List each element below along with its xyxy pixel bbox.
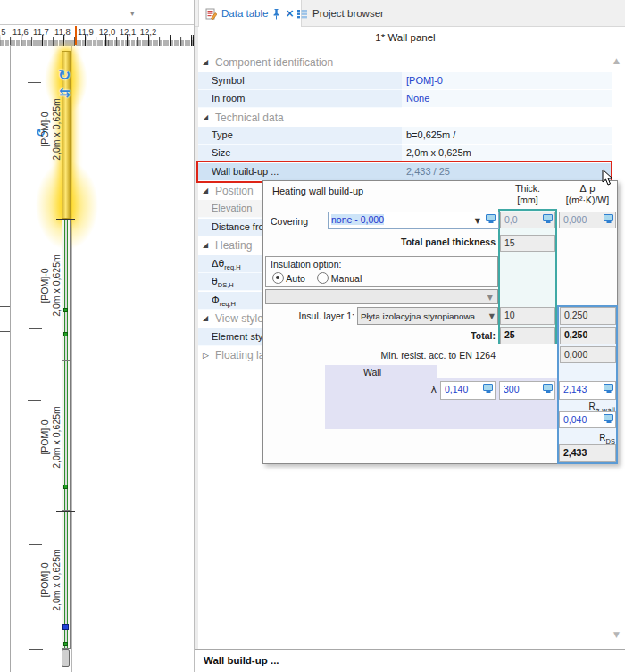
min-resist-dp-value: 0,000 — [564, 349, 588, 360]
column-header-line: [mm] — [494, 195, 562, 206]
expander-icon[interactable]: ◢ — [203, 113, 208, 121]
row-wall-build-up[interactable]: Wall build-up ... 2,433 / 25 ▼ — [198, 163, 612, 181]
panel-boundary — [56, 219, 75, 220]
monitor-icon[interactable] — [543, 384, 553, 391]
insulation-combobox-empty[interactable]: ▼ — [265, 289, 498, 304]
r-symbol: R — [599, 433, 605, 443]
panel-size: 2,0m x 0,625m — [51, 527, 62, 634]
label-leader — [29, 649, 43, 650]
monitor-icon[interactable] — [543, 214, 553, 221]
section-label: Position — [215, 185, 254, 197]
total-dp-value: 0,250 — [564, 329, 588, 340]
insul-layer1-thickness-field[interactable]: 10 — [500, 307, 555, 325]
monitor-icon[interactable] — [604, 214, 613, 221]
mouse-cursor — [602, 169, 614, 187]
total-panel-thickness-field[interactable]: 15 — [500, 235, 555, 252]
connection-node[interactable] — [63, 642, 68, 646]
panel-annotation: [POM]-0 2,0m x 0,625m — [39, 232, 62, 339]
r-alpha-wall-field[interactable]: 0,040 — [559, 411, 616, 428]
r-symbol: R — [589, 402, 596, 411]
section-technical-data[interactable]: ◢ Technical data — [198, 109, 612, 127]
wall-dp-field[interactable]: 2,143 — [559, 381, 616, 400]
prop-value[interactable]: [POM]-0 — [406, 75, 443, 86]
monitor-icon[interactable] — [604, 414, 613, 421]
radio-manual[interactable] — [317, 272, 329, 284]
total-dp-field: 0,250 — [560, 327, 616, 344]
radio-auto-label[interactable]: Auto — [286, 273, 305, 284]
panel-size: 2,0m x 0,625m — [51, 384, 62, 491]
insulation-option-label: Insulation option: — [271, 259, 341, 270]
scroll-down-icon[interactable]: ▼ — [613, 630, 620, 639]
wall-thickness-field[interactable]: 300 — [499, 381, 555, 400]
drawing-canvas[interactable]: ▾ 5 11,6 11,7 11,8 11,9 12,0 12,1 12,2 — [0, 0, 194, 672]
ruler-cursor-marker — [75, 26, 77, 45]
tab-project-browser[interactable]: Project browser — [290, 0, 390, 27]
panel-annotation: [POM]-0 2,0m x 0,625m — [39, 527, 62, 634]
section-label: Component identification — [215, 56, 333, 69]
prop-value[interactable]: None — [406, 93, 429, 104]
connection-node[interactable] — [63, 485, 68, 489]
tab-data-table-label: Data table — [221, 8, 268, 19]
row-type[interactable]: Type b=0,625m / ▼ ✎ — [198, 127, 612, 145]
status-text: Wall build-up ... — [204, 655, 279, 666]
expander-icon[interactable]: ◢ — [203, 187, 208, 195]
wall-panel[interactable] — [62, 219, 71, 361]
dropdown-arrow-icon[interactable]: ▼ — [488, 294, 493, 302]
radio-auto[interactable] — [272, 272, 284, 284]
prop-label: In room — [212, 93, 245, 104]
dropdown-arrow-icon[interactable]: ▼ — [475, 217, 480, 225]
insul-layer1-dp-field[interactable]: 0,250 — [560, 307, 616, 325]
monitor-icon[interactable] — [483, 384, 493, 391]
total-label: Total: — [317, 330, 496, 341]
connection-node[interactable] — [63, 308, 68, 312]
monitor-icon[interactable] — [486, 214, 496, 221]
section-component-identification[interactable]: ◢ Component identification — [198, 54, 612, 71]
radio-manual-label[interactable]: Manual — [331, 273, 362, 284]
wall-end-cap[interactable] — [62, 649, 70, 667]
prop-label: Element sty — [212, 331, 262, 342]
expander-icon[interactable]: ▷ — [203, 351, 209, 360]
prop-value[interactable]: b=0,625m / — [406, 129, 455, 140]
connection-node-selected[interactable] — [62, 624, 69, 630]
prop-label: Φ — [212, 295, 220, 306]
covering-combobox[interactable]: none - 0,000 ▼ — [328, 212, 499, 229]
expander-icon[interactable]: ◢ — [203, 58, 208, 66]
covering-dp-value: 0,000 — [563, 214, 587, 225]
panel-annotation: [POM]-0 2,0m x 0,625m — [39, 384, 62, 491]
tab-bar: Data table × Project browser — [195, 0, 625, 27]
panel-size: 2,0m x 0,625m — [51, 232, 62, 339]
panel-title: 1* Wall panel — [198, 32, 612, 43]
pin-icon[interactable] — [272, 8, 280, 20]
panel-boundary — [56, 511, 75, 512]
wall-junction-line — [0, 306, 10, 307]
wall-edge-line — [71, 45, 72, 672]
expander-icon[interactable]: ◢ — [203, 241, 208, 249]
covering-dp-field[interactable]: 0,000 — [559, 212, 616, 228]
row-in-room[interactable]: In room None ▼ — [198, 90, 612, 108]
scroll-up-icon[interactable]: ▲ — [613, 56, 620, 65]
dropdown-arrow-icon[interactable]: ▼ — [489, 312, 495, 320]
prop-label: Elevation — [212, 203, 252, 213]
monitor-icon[interactable] — [604, 384, 613, 391]
min-resist-dp-field: 0,000 — [560, 346, 616, 363]
section-label: Floating la — [215, 349, 264, 361]
heating-pipe-core — [64, 220, 68, 360]
canvas-dropdown-icon[interactable]: ▾ — [130, 9, 135, 18]
total-thickness-value: 25 — [504, 329, 515, 340]
covering-thickness-field[interactable]: 0,0 — [500, 212, 555, 228]
prop-value[interactable]: 2,433 / 25 — [406, 166, 450, 177]
project-browser-icon — [296, 8, 308, 20]
insul-layer1-combobox[interactable]: Płyta izolacyjna styropianowa ▼ — [357, 307, 498, 325]
expander-icon[interactable]: ◢ — [203, 314, 208, 322]
prop-label: θ — [212, 276, 218, 287]
wall-lambda-field[interactable]: 0,140 — [440, 381, 496, 400]
insulation-option-group: Insulation option: Auto Manual — [265, 256, 498, 287]
panel-symbol: [POM]-0 — [39, 232, 51, 339]
row-size[interactable]: Size 2,0m x 0,625m ▼ — [198, 145, 612, 162]
connection-node[interactable] — [63, 332, 68, 336]
wall-thickness-value: 300 — [504, 384, 520, 394]
prop-value[interactable]: 2,0m x 0,625m — [406, 147, 471, 158]
tab-project-browser-label: Project browser — [312, 8, 384, 19]
row-symbol[interactable]: Symbol [POM]-0 ▼ — [198, 72, 612, 90]
tab-data-table[interactable]: Data table × — [198, 0, 302, 27]
